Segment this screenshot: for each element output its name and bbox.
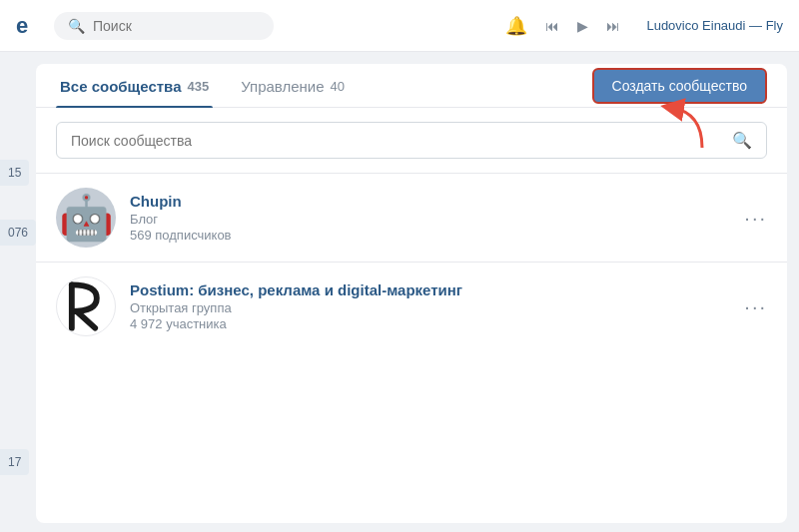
community-avatar-chupin: 🤖 — [56, 188, 116, 248]
postium-logo-svg — [65, 281, 107, 331]
community-type-chupin: Блог — [130, 212, 730, 227]
community-members-chupin: 569 подписчиков — [130, 228, 730, 243]
community-search-input[interactable] — [71, 133, 722, 149]
tabs-header: Все сообщества 435 Управление 40 Создать… — [36, 64, 787, 108]
postium-logo — [57, 276, 115, 336]
next-icon[interactable]: ⏭ — [606, 18, 620, 34]
avatar-emoji: 🤖 — [59, 196, 114, 240]
community-type-postium: Открытая группа — [130, 300, 730, 315]
community-search-container: 🔍 — [36, 108, 787, 173]
community-info-postium: Postium: бизнес, реклама и digital-марке… — [130, 281, 730, 331]
search-icon: 🔍 — [68, 18, 85, 34]
community-name-postium[interactable]: Postium: бизнес, реклама и digital-марке… — [130, 281, 730, 298]
sidebar-badge-bottom: 17 — [0, 449, 29, 475]
community-members-postium: 4 972 участника — [130, 316, 730, 331]
header-search[interactable]: 🔍 — [54, 12, 274, 40]
tabs-row: Все сообщества 435 Управление 40 — [56, 64, 592, 107]
community-name-chupin[interactable]: Chupin — [130, 193, 730, 210]
community-avatar-postium — [56, 276, 116, 336]
main-content: Все сообщества 435 Управление 40 Создать… — [36, 64, 787, 523]
tab-all-communities[interactable]: Все сообщества 435 — [56, 64, 213, 107]
search-submit-icon[interactable]: 🔍 — [732, 131, 752, 150]
community-item-chupin: 🤖 Chupin Блог 569 подписчиков ··· — [36, 173, 787, 262]
search-input[interactable] — [93, 18, 260, 34]
app-header: e 🔍 🔔 ⏮ ▶ ⏭ Ludovico Einaudi — Fly — [0, 0, 799, 52]
create-community-button[interactable]: Создать сообщество — [592, 68, 767, 104]
community-info-chupin: Chupin Блог 569 подписчиков — [130, 193, 730, 243]
logo: e — [16, 13, 46, 39]
now-playing-text: Ludovico Einaudi — Fly — [646, 18, 783, 33]
play-icon[interactable]: ▶ — [577, 18, 588, 34]
notification-icon[interactable]: 🔔 — [505, 15, 527, 37]
sidebar-badge-top: 15 — [0, 160, 29, 186]
community-search-inner[interactable]: 🔍 — [56, 122, 767, 159]
prev-icon[interactable]: ⏮ — [545, 18, 559, 34]
community-more-chupin[interactable]: ··· — [744, 208, 767, 228]
logo-text: e — [16, 13, 28, 39]
sidebar-badge-middle: 076 — [0, 220, 36, 246]
header-controls: 🔔 ⏮ ▶ ⏭ Ludovico Einaudi — Fly — [505, 15, 783, 37]
tab-management[interactable]: Управление 40 — [237, 64, 349, 107]
community-item-postium: Postium: бизнес, реклама и digital-марке… — [36, 262, 787, 350]
community-more-postium[interactable]: ··· — [744, 296, 767, 316]
